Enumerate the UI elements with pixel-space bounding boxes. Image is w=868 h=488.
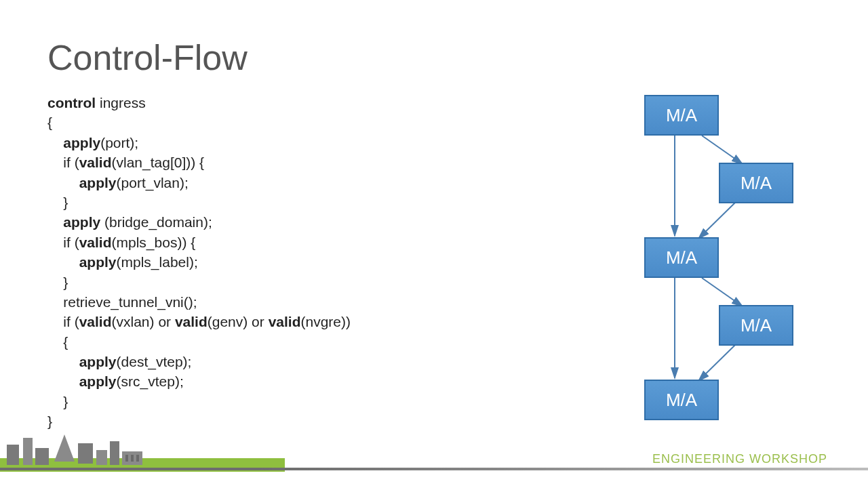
svg-rect-12 (96, 450, 107, 465)
svg-rect-13 (110, 441, 119, 465)
svg-marker-10 (54, 434, 75, 462)
svg-rect-15 (125, 455, 128, 462)
ma-box-3: M/A (644, 237, 719, 278)
svg-line-2 (698, 202, 736, 239)
footer-divider (0, 468, 868, 470)
svg-line-5 (698, 344, 736, 381)
slide: Control-Flow control ingress { apply(por… (0, 0, 868, 488)
svg-rect-11 (78, 443, 93, 464)
ma-box-5: M/A (644, 380, 719, 420)
svg-line-3 (702, 278, 743, 306)
svg-rect-9 (35, 448, 49, 465)
svg-line-0 (702, 136, 743, 164)
slide-title: Control-Flow (47, 37, 821, 78)
ma-box-1: M/A (644, 95, 719, 136)
svg-rect-16 (131, 455, 134, 462)
flow-diagram: M/A M/A M/A M/A M/A (637, 95, 827, 420)
footer-label: ENGINEERING WORKSHOP (652, 452, 827, 466)
svg-rect-8 (23, 438, 33, 465)
skyline-graphic (0, 424, 285, 472)
svg-rect-7 (7, 445, 19, 465)
svg-rect-17 (136, 455, 139, 462)
ma-box-2: M/A (719, 163, 793, 203)
ma-box-4: M/A (719, 305, 793, 346)
